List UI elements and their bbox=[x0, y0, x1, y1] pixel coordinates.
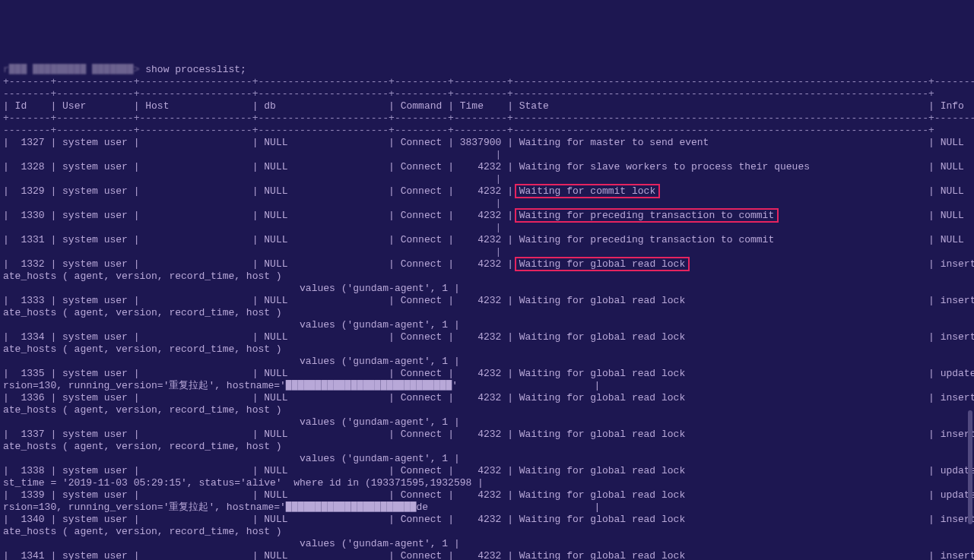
cell-time: | 4232 bbox=[448, 234, 507, 245]
cell-host: | bbox=[134, 210, 252, 221]
cell-id: | 1336 bbox=[3, 392, 50, 403]
wrapped-info: ate_hosts ( agent, version, record_time,… bbox=[3, 526, 282, 537]
cell-host: | bbox=[134, 550, 252, 560]
cell-user: | system user bbox=[50, 368, 133, 379]
cell-host: | bbox=[134, 258, 252, 270]
table-row: | 1328 | system user | | NULL | Connect … bbox=[3, 161, 971, 173]
row-gap: | bbox=[3, 198, 501, 209]
cell-time: | 4232 bbox=[448, 295, 507, 306]
terminal-output: r███ █████████ ███████> show processlist… bbox=[0, 61, 974, 560]
cell-user: | system user bbox=[50, 550, 133, 560]
cell-info: | insert into t_deactiv bbox=[928, 295, 974, 306]
cell-id: | 1327 bbox=[3, 137, 50, 148]
cell-id: | 1341 bbox=[3, 550, 50, 560]
cell-id: | 1329 bbox=[3, 185, 50, 197]
cell-db: | NULL bbox=[252, 550, 389, 560]
cell-host: | bbox=[134, 234, 252, 245]
cell-id: | 1332 bbox=[3, 258, 50, 270]
cell-state: | Waiting for global read lock bbox=[507, 429, 928, 440]
cell-id: | 1330 bbox=[3, 210, 50, 221]
cell-db: | NULL bbox=[252, 368, 389, 379]
wrapped-info: ate_hosts ( agent, version, record_time,… bbox=[3, 271, 282, 282]
col-id: | Id bbox=[3, 100, 50, 112]
cell-info: | update t_hosts set ve bbox=[928, 368, 974, 379]
scrollbar-track[interactable] bbox=[968, 12, 972, 560]
cell-db: | NULL bbox=[252, 514, 389, 525]
cell-user: | system user bbox=[50, 514, 133, 525]
cell-info: | NULL bbox=[928, 161, 964, 172]
table-border: --------+-------------+-----------------… bbox=[3, 88, 934, 100]
table-row: | 1335 | system user | | NULL | Connect … bbox=[3, 368, 971, 380]
cell-time: | 4232 bbox=[448, 465, 507, 476]
table-row: | 1339 | system user | | NULL | Connect … bbox=[3, 489, 971, 501]
cell-user: | system user bbox=[50, 185, 133, 197]
cell-host: | bbox=[134, 489, 252, 501]
sql-command: show processlist; bbox=[145, 64, 246, 75]
cell-state: | Waiting for global read lock bbox=[507, 514, 928, 525]
cell-command: | Connect bbox=[389, 392, 448, 403]
cell-db: | NULL bbox=[252, 234, 389, 245]
cell-state-highlight: Waiting for global read lock bbox=[515, 257, 690, 271]
cell-id: | 1338 bbox=[3, 465, 50, 476]
wrapped-info: rsion=130, running_version='重复拉起', hostn… bbox=[3, 380, 600, 391]
cell-state: | Waiting for global read lock bbox=[507, 465, 928, 476]
col-time: | Time bbox=[448, 100, 507, 112]
cell-state: | Waiting for global read lock bbox=[507, 331, 928, 343]
wrapped-info: values ('gundam-agent', 1 | bbox=[3, 453, 460, 464]
cell-command: | Connect bbox=[389, 489, 448, 501]
cell-info: | update t_hosts set ve bbox=[928, 489, 974, 501]
cell-id: | 1339 bbox=[3, 489, 50, 501]
cell-time: | 4232 bbox=[448, 368, 507, 379]
row-gap: | bbox=[3, 173, 501, 185]
cell-user: | system user bbox=[50, 392, 133, 403]
cell-user: | system user bbox=[50, 137, 133, 148]
cell-info: | insert into t_deactiv bbox=[928, 429, 974, 440]
table-row: | 1337 | system user | | NULL | Connect … bbox=[3, 429, 971, 441]
cell-time: | 4232 bbox=[448, 258, 507, 270]
cell-command: | Connect bbox=[389, 258, 448, 270]
cell-info: | insert into t_deactiv bbox=[928, 392, 974, 403]
cell-info: | update t_hosts set la bbox=[928, 465, 974, 476]
cell-id: | 1340 bbox=[3, 514, 50, 525]
cell-id: | 1334 bbox=[3, 331, 50, 343]
wrapped-info: values ('gundam-agent', 1 | bbox=[3, 538, 460, 549]
cell-user: | system user bbox=[50, 258, 133, 270]
wrapped-info: values ('gundam-agent', 1 | bbox=[3, 319, 460, 331]
cell-user: | system user bbox=[50, 429, 133, 440]
cell-command: | Connect bbox=[389, 465, 448, 476]
cell-db: | NULL bbox=[252, 258, 389, 270]
cell-command: | Connect bbox=[389, 161, 448, 172]
row-gap: | bbox=[3, 149, 501, 160]
cell-db: | NULL bbox=[252, 185, 389, 197]
cell-user: | system user bbox=[50, 295, 133, 306]
cell-host: | bbox=[134, 295, 252, 306]
cell-state-highlight: Waiting for commit lock bbox=[515, 184, 660, 198]
cell-db: | NULL bbox=[252, 210, 389, 221]
table-row: | 1330 | system user | | NULL | Connect … bbox=[3, 210, 971, 222]
cell-state-suffix bbox=[685, 258, 928, 270]
table-row: | 1338 | system user | | NULL | Connect … bbox=[3, 465, 971, 477]
scrollbar-thumb[interactable] bbox=[968, 410, 972, 524]
cell-state: | Waiting for global read lock bbox=[507, 489, 928, 501]
cell-db: | NULL bbox=[252, 392, 389, 403]
cell-state-suffix bbox=[655, 185, 928, 197]
cell-state: | Waiting for master to send event bbox=[507, 137, 928, 148]
cell-state: | Waiting for global read lock bbox=[507, 368, 928, 379]
col-state: | State bbox=[507, 100, 928, 112]
cell-state: | Waiting for global read lock bbox=[507, 550, 928, 560]
col-command: | Command bbox=[389, 100, 448, 112]
cell-state: | Waiting for global read lock bbox=[507, 392, 928, 403]
cell-user: | system user bbox=[50, 489, 133, 501]
cell-time: | 4232 bbox=[448, 185, 507, 197]
table-row: | 1332 | system user | | NULL | Connect … bbox=[3, 258, 971, 271]
wrapped-info: ate_hosts ( agent, version, record_time,… bbox=[3, 307, 282, 318]
cell-command: | Connect bbox=[389, 185, 448, 197]
cell-host: | bbox=[134, 137, 252, 148]
cell-command: | Connect bbox=[389, 514, 448, 525]
cell-user: | system user bbox=[50, 210, 133, 221]
cell-id: | 1333 bbox=[3, 295, 50, 306]
cell-db: | NULL bbox=[252, 429, 389, 440]
cell-host: | bbox=[134, 368, 252, 379]
prompt: r███ █████████ ███████> bbox=[3, 64, 145, 75]
cell-host: | bbox=[134, 392, 252, 403]
